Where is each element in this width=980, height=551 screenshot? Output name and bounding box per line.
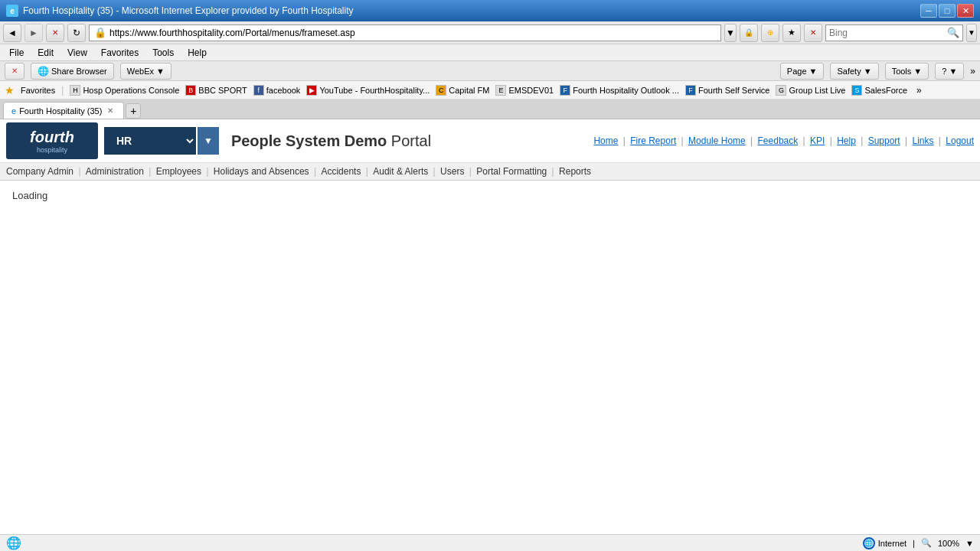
zone-status: 🌐 Internet	[863, 537, 906, 549]
share-browser-button[interactable]: 🌐 Share Browser	[31, 63, 114, 80]
menu-edit[interactable]: Edit	[31, 46, 60, 60]
fav-yt-icon: ▶	[306, 85, 317, 96]
fav-fo-label: Fourth Hospitality Outlook ...	[573, 86, 679, 95]
stop-button[interactable]: ✕	[46, 24, 64, 42]
fav-youtube[interactable]: ▶ YouTube - FourthHospitality...	[306, 85, 430, 96]
top-link-home[interactable]: Home	[593, 135, 618, 146]
browser-icon: e	[6, 5, 18, 17]
fav-sf-label: SalesForce	[864, 86, 907, 95]
webex-label: WebEx	[127, 67, 154, 76]
page-area: fourth hospitality HR ▼	[0, 119, 980, 210]
nav-company-admin[interactable]: Company Admin	[6, 166, 74, 177]
stop-small-button[interactable]: ✕	[5, 63, 24, 80]
forward-button[interactable]: ►	[24, 24, 43, 42]
nav-bar: ◄ ► ✕ ↻ 🔒 ▼ 🔒 ⊕ ★ ✕ 🔍 ▼	[0, 21, 980, 44]
portal-nav-links: Company Admin | Administration | Employe…	[6, 166, 974, 177]
favorites-bar: ★ Favorites | H Hosp Operations Console …	[0, 81, 980, 99]
address-go-button[interactable]: ▼	[724, 24, 737, 42]
close-button[interactable]: ✕	[957, 4, 974, 18]
new-tab-button[interactable]: +	[126, 103, 141, 119]
fav-group-list[interactable]: G Group List Live	[776, 85, 845, 96]
top-link-feedback[interactable]: Feedback	[758, 135, 799, 146]
nav-audit-alerts[interactable]: Audit & Alerts	[373, 166, 428, 177]
menu-help[interactable]: Help	[181, 46, 213, 60]
portal-name-light: Portal	[387, 132, 431, 149]
fav-bbc[interactable]: B BBC SPORT	[185, 85, 247, 96]
maximize-button[interactable]: □	[939, 4, 956, 18]
nav-reports[interactable]: Reports	[559, 166, 591, 177]
safety-button[interactable]: Safety ▼	[830, 63, 878, 80]
certificates-button[interactable]: 🔒	[740, 24, 758, 42]
fav-fb-label: facebook	[266, 86, 301, 95]
share-browser-label: Share Browser	[51, 67, 107, 76]
status-left: 🌐	[6, 536, 21, 550]
minimize-button[interactable]: ─	[920, 4, 937, 18]
menu-favorites[interactable]: Favorites	[95, 46, 145, 60]
portal-name: People System Demo Portal	[231, 132, 431, 150]
page-button[interactable]: Page ▼	[780, 63, 825, 80]
fav-facebook[interactable]: f facebook	[253, 85, 301, 96]
favorites-link[interactable]: Favorites	[21, 86, 55, 95]
search-icon[interactable]: 🔍	[947, 27, 959, 38]
nav-holidays[interactable]: Holidays and Absences	[214, 166, 309, 177]
menu-file[interactable]: File	[3, 46, 30, 60]
nav-portal-formatting[interactable]: Portal Formatting	[476, 166, 547, 177]
module-select[interactable]: HR	[104, 127, 196, 155]
fav-fo-icon: F	[560, 85, 570, 96]
portal-title-area: HR ▼ People System Demo Portal	[98, 127, 593, 155]
top-link-kpi[interactable]: KPI	[810, 135, 825, 146]
zoom-dropdown[interactable]: ▼	[965, 539, 974, 548]
refresh-button[interactable]: ↻	[67, 24, 86, 42]
nav-administration[interactable]: Administration	[86, 166, 144, 177]
status-right: 🌐 Internet | 🔍 100% ▼	[863, 537, 974, 549]
module-dropdown-button[interactable]: ▼	[198, 127, 219, 155]
favorites-star-icon: ★	[5, 84, 15, 96]
nav-employees[interactable]: Employees	[156, 166, 201, 177]
tab-close-button[interactable]: ✕	[105, 106, 116, 116]
help-button[interactable]: ? ▼	[935, 63, 964, 80]
fav-ems-icon: E	[495, 85, 506, 96]
menu-tools[interactable]: Tools	[146, 46, 180, 60]
status-bar: 🌐 🌐 Internet | 🔍 100% ▼	[0, 534, 980, 551]
fav-fb-icon: f	[253, 85, 264, 96]
fav-emsdev[interactable]: E EMSDEV01	[495, 85, 554, 96]
portal-top: fourth hospitality HR ▼	[0, 119, 980, 162]
webex-button[interactable]: WebEx ▼	[120, 63, 172, 80]
active-tab[interactable]: e Fourth Hospitality (35) ✕	[3, 102, 124, 119]
window-title: Fourth Hospitality (35) - Microsoft Inte…	[23, 5, 354, 16]
top-link-help[interactable]: Help	[837, 135, 856, 146]
tools-button[interactable]: Tools ▼	[885, 63, 929, 80]
fav-gl-label: Group List Live	[789, 86, 845, 95]
fav-fourth-outlook[interactable]: F Fourth Hospitality Outlook ...	[560, 85, 679, 96]
zoom-level: 100%	[938, 539, 959, 548]
fav-ems-label: EMSDEV01	[508, 86, 554, 95]
fav-more-icon[interactable]: »	[916, 85, 922, 96]
search-input[interactable]	[829, 28, 947, 38]
fav-cap-label: Capital FM	[449, 86, 489, 95]
fav-bbc-label: BBC SPORT	[198, 86, 247, 95]
top-link-fire-report[interactable]: Fire Report	[630, 135, 676, 146]
fav-self-service[interactable]: F Fourth Self Service	[685, 85, 770, 96]
top-link-logout[interactable]: Logout	[946, 135, 974, 146]
zone-label: Internet	[878, 539, 906, 548]
back-button[interactable]: ◄	[3, 24, 21, 42]
stop-nav-button[interactable]: ✕	[804, 24, 822, 42]
address-input[interactable]	[109, 28, 716, 38]
search-dropdown[interactable]: ▼	[966, 24, 977, 42]
more-tools-icon[interactable]: »	[970, 66, 975, 77]
tab-bar: e Fourth Hospitality (35) ✕ +	[0, 99, 980, 119]
menu-bar: File Edit View Favorites Tools Help	[0, 44, 980, 61]
top-link-support[interactable]: Support	[868, 135, 900, 146]
portal-links: Home | Fire Report | Module Home | Feedb…	[593, 135, 974, 146]
top-link-module-home[interactable]: Module Home	[688, 135, 746, 146]
nav-accidents[interactable]: Accidents	[321, 166, 361, 177]
rss-button[interactable]: ⊕	[761, 24, 779, 42]
top-link-links[interactable]: Links	[912, 135, 933, 146]
nav-users[interactable]: Users	[440, 166, 464, 177]
fav-salesforce[interactable]: S SalesForce	[851, 85, 907, 96]
fav-capitalfm[interactable]: C Capital FM	[436, 85, 489, 96]
fav-hosp-ops[interactable]: H Hosp Operations Console	[70, 85, 179, 96]
menu-view[interactable]: View	[61, 46, 93, 60]
favorites-cmd-button[interactable]: ★	[782, 24, 801, 42]
fav-yt-label: YouTube - FourthHospitality...	[319, 86, 430, 95]
